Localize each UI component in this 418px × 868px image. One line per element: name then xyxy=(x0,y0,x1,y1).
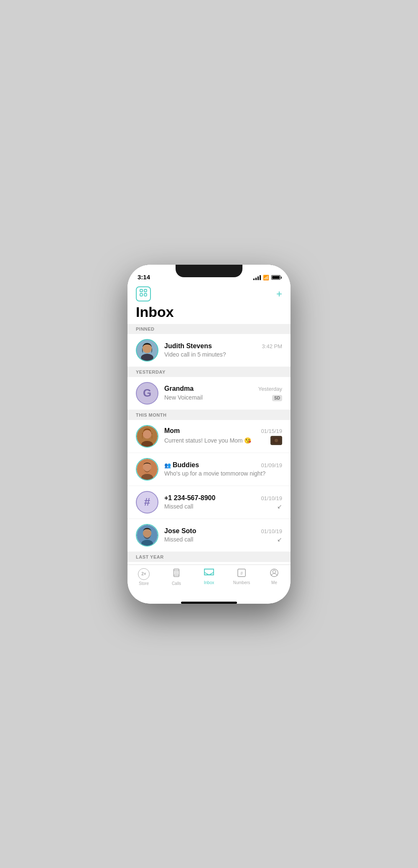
conversation-item-judith[interactable]: Judith Stevens 3:42 PM Video call in 5 m… xyxy=(127,334,291,367)
conv-info-number: +1 234-567-8900 01/10/19 Missed call ↙ xyxy=(164,494,282,510)
conv-time-number: 01/10/19 xyxy=(261,495,282,501)
svg-rect-26 xyxy=(177,573,178,574)
group-icon-buddies: 👥 xyxy=(164,462,171,468)
conv-preview-number: Missed call xyxy=(164,503,277,510)
conv-time-mom: 01/15/19 xyxy=(261,428,282,434)
svg-rect-18 xyxy=(174,569,179,576)
svg-rect-0 xyxy=(140,289,143,292)
plus-icon[interactable]: + xyxy=(276,288,282,300)
tab-inbox[interactable]: Inbox xyxy=(193,568,225,585)
avatar-number: # xyxy=(136,491,158,514)
tab-store[interactable]: 2× Store xyxy=(127,568,160,586)
conv-preview-grandma: New Voicemail xyxy=(164,394,269,401)
conv-preview-buddies: Who's up for a movie tommorow night? xyxy=(164,470,282,477)
signal-bars-icon xyxy=(253,275,261,280)
status-icons: 📶 xyxy=(253,275,280,281)
avatar-grandma: G xyxy=(136,382,158,405)
conversation-item-grandma[interactable]: G Grandma Yesterday New Voicemail SD xyxy=(127,377,291,410)
conversation-item-mom[interactable]: Mom 01/15/19 Current status! Love you Mo… xyxy=(127,420,291,453)
conv-preview-mom: Current status! Love you Mom 😘 xyxy=(164,437,267,444)
conv-preview-judith: Video call in 5 minutes? xyxy=(164,351,282,358)
conv-time-grandma: Yesterday xyxy=(258,386,282,392)
tab-label-numbers: Numbers xyxy=(233,580,250,585)
phone-screen: 3:14 📶 xyxy=(127,265,291,604)
tab-label-inbox: Inbox xyxy=(204,580,214,585)
conv-name-buddies: Buddies xyxy=(173,461,199,469)
page-title: Inbox xyxy=(136,305,282,319)
me-icon xyxy=(270,568,279,579)
conv-name-group-buddies: 👥 Buddies xyxy=(164,461,199,469)
missed-call-icon-jose: ↙ xyxy=(277,536,282,543)
svg-point-17 xyxy=(143,529,151,537)
conv-info-jose: Jose Soto 01/10/19 Missed call ↙ xyxy=(164,527,282,543)
svg-rect-1 xyxy=(144,289,147,292)
wifi-icon: 📶 xyxy=(263,275,269,281)
conv-name-jose: Jose Soto xyxy=(164,527,196,535)
photo-badge-mom xyxy=(270,436,282,445)
store-icon: 2× xyxy=(138,568,150,580)
svg-point-5 xyxy=(141,354,153,362)
tab-label-calls: Calls xyxy=(172,581,181,586)
conv-bottom-judith: Video call in 5 minutes? xyxy=(164,351,282,358)
grandma-letter: G xyxy=(143,387,151,400)
conv-name-mom: Mom xyxy=(164,427,180,435)
svg-point-8 xyxy=(141,441,153,448)
svg-text:#: # xyxy=(240,571,243,575)
status-time: 3:14 xyxy=(138,273,150,281)
grid-icon xyxy=(140,289,147,299)
conv-top-number: +1 234-567-8900 01/10/19 xyxy=(164,494,282,502)
svg-point-30 xyxy=(273,570,275,573)
conv-info-judith: Judith Stevens 3:42 PM Video call in 5 m… xyxy=(164,342,282,358)
numbers-icon: # xyxy=(237,568,246,579)
conv-info-mom: Mom 01/15/19 Current status! Love you Mo… xyxy=(164,427,282,445)
conv-top-judith: Judith Stevens 3:42 PM xyxy=(164,342,282,350)
svg-point-9 xyxy=(143,430,151,438)
section-header-pinned: PINNED xyxy=(127,324,291,334)
svg-rect-21 xyxy=(175,572,176,572)
conv-time-judith: 3:42 PM xyxy=(262,343,282,349)
phone-frame: 3:14 📶 xyxy=(127,265,291,604)
header-top: + xyxy=(136,286,282,301)
conv-bottom-grandma: New Voicemail SD xyxy=(164,394,282,401)
section-header-yesterday: YESTERDAY xyxy=(127,367,291,377)
tab-me[interactable]: Me xyxy=(258,568,291,585)
conversation-item-buddies[interactable]: 👥 Buddies 01/09/19 Who's up for a movie … xyxy=(127,453,291,486)
avatar-judith xyxy=(136,339,158,362)
conv-bottom-buddies: Who's up for a movie tommorow night? xyxy=(164,470,282,477)
conv-time-jose: 01/10/19 xyxy=(261,528,282,534)
conv-top-buddies: 👥 Buddies 01/09/19 xyxy=(164,461,282,469)
tab-calls[interactable]: Calls xyxy=(160,568,193,586)
conv-bottom-mom: Current status! Love you Mom 😘 xyxy=(164,436,282,445)
conv-bottom-jose: Missed call ↙ xyxy=(164,536,282,543)
battery-icon xyxy=(271,275,280,280)
tab-numbers[interactable]: # Numbers xyxy=(225,568,258,585)
conversation-item-number[interactable]: # +1 234-567-8900 01/10/19 Missed call ↙ xyxy=(127,486,291,519)
avatar-buddies xyxy=(136,458,158,481)
inbox-icon xyxy=(204,568,214,579)
conv-name-judith: Judith Stevens xyxy=(164,342,212,350)
conv-info-buddies: 👥 Buddies 01/09/19 Who's up for a movie … xyxy=(164,461,282,477)
tab-label-store: Store xyxy=(139,581,149,586)
missed-call-icon-number: ↙ xyxy=(277,503,282,510)
conv-info-grandma: Grandma Yesterday New Voicemail SD xyxy=(164,385,282,401)
conv-top-mom: Mom 01/15/19 xyxy=(164,427,282,435)
header-logo[interactable] xyxy=(136,286,151,301)
conv-name-grandma: Grandma xyxy=(164,385,194,392)
conv-top-jose: Jose Soto 01/10/19 xyxy=(164,527,282,535)
conv-preview-jose: Missed call xyxy=(164,536,277,543)
conversation-item-jose[interactable]: Jose Soto 01/10/19 Missed call ↙ xyxy=(127,519,291,552)
calls-icon xyxy=(172,568,181,580)
voicemail-badge: SD xyxy=(272,394,282,401)
conv-top-grandma: Grandma Yesterday xyxy=(164,385,282,392)
svg-rect-22 xyxy=(176,572,177,572)
conv-name-number: +1 234-567-8900 xyxy=(164,494,215,502)
conv-time-buddies: 01/09/19 xyxy=(261,462,282,468)
svg-point-11 xyxy=(275,439,278,442)
hash-icon: # xyxy=(144,496,150,509)
home-indicator xyxy=(181,602,237,604)
tab-bar: 2× Store xyxy=(127,564,291,599)
app-content: + Inbox PINNED xyxy=(127,283,291,564)
svg-point-16 xyxy=(141,540,153,547)
svg-rect-23 xyxy=(177,572,178,572)
svg-rect-2 xyxy=(140,294,143,296)
